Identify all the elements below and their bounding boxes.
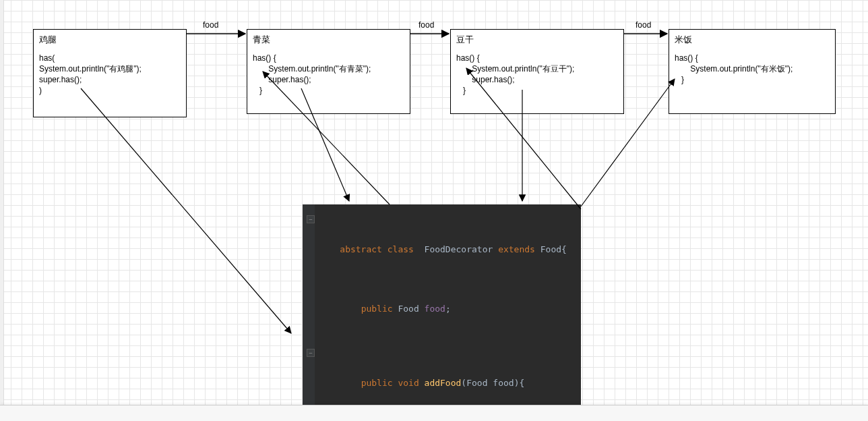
node-chicken-leg[interactable]: 鸡腿 has( System.out.println("有鸡腿"); super… <box>33 29 187 117</box>
node-title: 豆干 <box>456 34 618 46</box>
code-line: − abstract class FoodDecorator extends F… <box>319 213 571 272</box>
edge-label-food-1: food <box>203 20 218 30</box>
code-gutter <box>303 204 315 407</box>
node-body: has( System.out.println("有鸡腿"); super.ha… <box>39 53 181 96</box>
node-dougan[interactable]: 豆干 has() { System.out.println("有豆干"); su… <box>450 29 624 114</box>
edge-label-food-3: food <box>636 20 651 30</box>
code-line: − public void addFood(Food food){ <box>319 346 571 405</box>
node-title: 米饭 <box>675 34 830 46</box>
node-body: has() { System.out.println("有豆干"); super… <box>456 53 618 96</box>
code-panel-food-decorator: − abstract class FoodDecorator extends F… <box>303 204 581 407</box>
node-qingcai[interactable]: 青菜 has() { System.out.println("有青菜"); su… <box>247 29 410 114</box>
fold-icon: − <box>307 215 315 223</box>
node-body: has() { System.out.println("有米饭"); } <box>675 53 830 86</box>
bottom-toolbar <box>0 405 868 421</box>
code-line: public Food food; <box>319 287 571 331</box>
edge-label-food-2: food <box>418 20 434 30</box>
node-mifan[interactable]: 米饭 has() { System.out.println("有米饭"); } <box>669 29 836 114</box>
fold-icon: − <box>307 349 315 357</box>
node-title: 鸡腿 <box>39 34 181 46</box>
node-body: has() { System.out.println("有青菜"); super… <box>253 53 404 96</box>
ruler-strip <box>0 0 4 408</box>
node-title: 青菜 <box>253 34 404 46</box>
